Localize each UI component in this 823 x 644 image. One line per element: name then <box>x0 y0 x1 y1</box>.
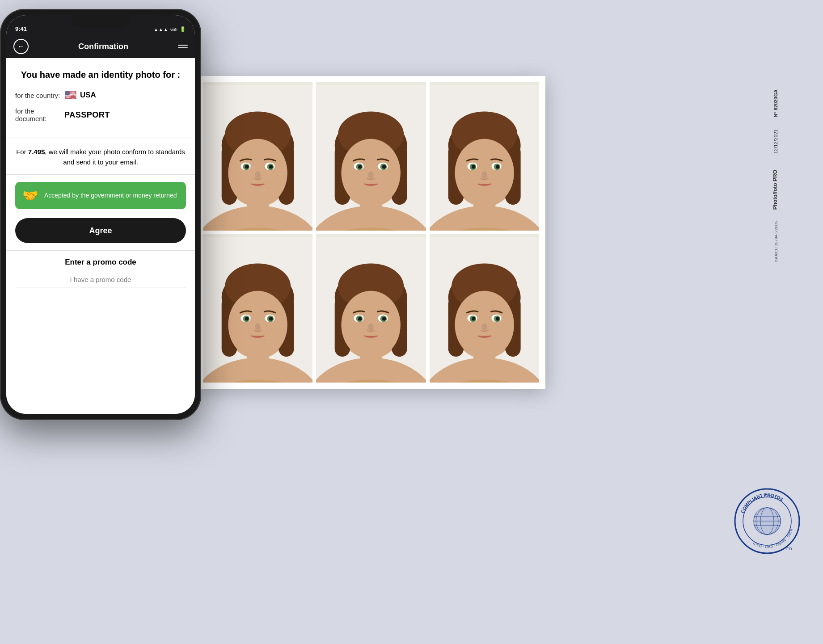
svg-point-66 <box>269 317 273 321</box>
svg-point-101 <box>481 323 487 331</box>
menu-button[interactable] <box>178 45 188 48</box>
svg-point-82 <box>358 317 362 321</box>
price-text: For 7.49$, we will make your photo confo… <box>15 147 186 167</box>
phone-container: 9:41 ▲▲▲ wifi 🔋 ← Confirmation <box>0 9 206 626</box>
svg-point-50 <box>481 171 487 179</box>
status-time: 9:41 <box>15 25 27 32</box>
promo-title: Enter a promo code <box>15 258 186 267</box>
photo-cell-3 <box>430 82 539 231</box>
photo-sheet <box>197 76 545 389</box>
screen-content: You have made an identity photo for : fo… <box>6 58 195 414</box>
svg-point-49 <box>495 165 499 169</box>
svg-point-31 <box>358 165 362 169</box>
document-label: for the document: <box>15 107 64 122</box>
handshake-icon: 🤝 <box>22 188 38 203</box>
nav-bar: ← Confirmation <box>6 35 195 58</box>
document-row: for the document: PASSPORT <box>15 107 186 122</box>
status-icons: ▲▲▲ wifi 🔋 <box>153 26 186 32</box>
menu-line-2 <box>178 47 188 48</box>
menu-line-1 <box>178 45 188 46</box>
identity-section: You have made an identity photo for : fo… <box>6 58 195 138</box>
phone-notch <box>72 15 130 28</box>
svg-point-65 <box>245 317 249 321</box>
usa-flag: 🇺🇸 <box>64 89 76 101</box>
agree-section: Agree <box>6 216 195 250</box>
battery-icon: 🔋 <box>180 26 186 32</box>
back-icon: ← <box>17 42 25 51</box>
photo-cell-1 <box>203 82 312 231</box>
country-name: USA <box>80 91 96 100</box>
back-button[interactable]: ← <box>13 39 29 54</box>
price-amount: 7.49$ <box>28 148 45 156</box>
brand-name: Photo/foto PRO <box>772 170 778 210</box>
photo-cell-6 <box>430 234 539 383</box>
identity-details: for the country: 🇺🇸 USA for the document… <box>15 89 186 122</box>
photo-cell-2 <box>316 82 426 231</box>
promo-section: Enter a promo code <box>6 250 195 296</box>
identity-title: You have made an identity photo for : <box>15 69 186 80</box>
standard-1: ISO/IEC 19794-5:2005 <box>774 221 778 262</box>
serial-number: N° 82020GA <box>773 89 778 118</box>
nav-title: Confirmation <box>78 42 128 51</box>
guarantee-banner: 🤝 Accepted by the government or money re… <box>15 182 186 209</box>
guarantee-text: Accepted by the government or money retu… <box>44 191 177 200</box>
promo-input[interactable] <box>15 272 186 287</box>
signal-icon: ▲▲▲ <box>153 27 168 32</box>
phone-screen: 9:41 ▲▲▲ wifi 🔋 ← Confirmation <box>6 15 195 414</box>
country-row: for the country: 🇺🇸 USA <box>15 89 186 101</box>
document-type: PASSPORT <box>64 110 110 120</box>
svg-point-83 <box>382 317 386 321</box>
agree-button[interactable]: Agree <box>15 218 186 243</box>
wifi-icon: wifi <box>170 27 177 32</box>
country-value-container: 🇺🇸 USA <box>64 89 96 101</box>
photo-grid <box>197 76 545 389</box>
photo-cell-4 <box>203 234 312 383</box>
price-section: For 7.49$, we will make your photo confo… <box>6 138 195 175</box>
sheet-date: 12/12/2021 <box>773 129 778 154</box>
document-value-container: PASSPORT <box>64 110 110 120</box>
photo-cell-5 <box>316 234 426 383</box>
side-panel: N° 82020GA 12/12/2021 Photo/foto PRO ISO… <box>772 89 778 262</box>
svg-point-84 <box>368 323 374 331</box>
svg-point-32 <box>382 165 386 169</box>
svg-point-100 <box>495 317 499 321</box>
phone-shell: 9:41 ▲▲▲ wifi 🔋 ← Confirmation <box>0 9 201 420</box>
compliance-stamp: ★ S. COMPLIANT PHOTOS ICAO · MKAO · CAO … <box>734 488 801 555</box>
svg-point-99 <box>471 317 475 321</box>
svg-text:FO: FO <box>786 547 792 551</box>
svg-point-16 <box>255 171 261 179</box>
svg-point-14 <box>245 165 249 169</box>
svg-point-48 <box>471 165 475 169</box>
svg-point-33 <box>368 171 374 179</box>
svg-point-15 <box>269 165 273 169</box>
country-label: for the country: <box>15 92 64 99</box>
svg-point-67 <box>255 323 261 331</box>
